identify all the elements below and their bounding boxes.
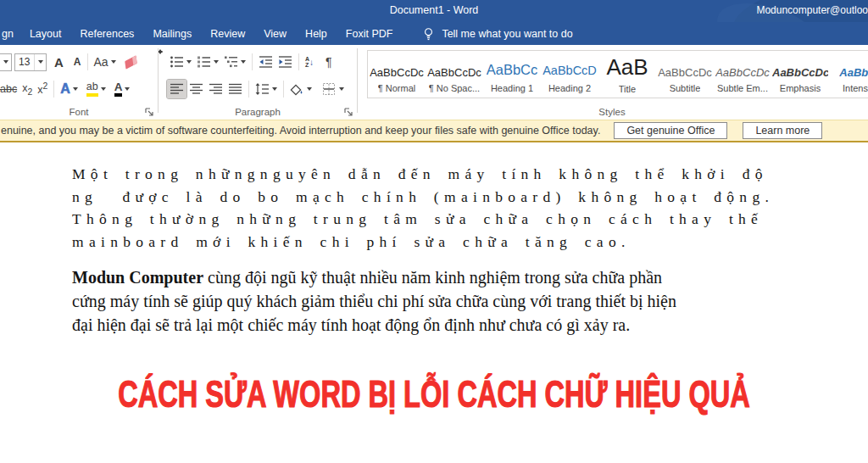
style-heading-2[interactable]: AaBbCcD Heading 2 [541, 51, 598, 98]
eraser-icon [125, 55, 137, 70]
tab-design-partial[interactable]: gn [0, 28, 20, 40]
tab-references[interactable]: References [70, 28, 143, 40]
chevron-down-icon [272, 87, 277, 91]
clear-formatting-button[interactable] [122, 53, 140, 71]
text-line: mainboard mới khiến chi phí sửa chữa tăn… [72, 231, 774, 254]
text-line: cứng máy tính sẽ giúp quý khách giảm thi… [72, 289, 676, 313]
ribbon-tab-bar: gn Layout References Mailings Review Vie… [0, 22, 868, 45]
bullets-button[interactable] [167, 53, 194, 71]
styles-group-label: Styles [358, 107, 866, 117]
styles-gallery: AaBbCcDc ¶ Normal AaBbCcDc ¶ No Spac... … [367, 50, 868, 98]
line-spacing-icon [255, 82, 270, 96]
style-intense-emphasis[interactable]: AaBbC Intense [829, 51, 868, 98]
change-case-button[interactable]: Aa [92, 53, 119, 71]
learn-more-button[interactable]: Learn more [743, 122, 822, 139]
style-title[interactable]: AaB Title [598, 51, 656, 98]
shrink-font-button[interactable]: A [71, 53, 84, 71]
superscript-button[interactable]: x2 [35, 80, 50, 98]
sort-button[interactable]: A Z ↓ [303, 53, 316, 71]
strikethrough-button[interactable]: abc [0, 80, 19, 98]
divider [283, 81, 284, 98]
chevron-down-icon[interactable] [34, 54, 46, 70]
genuine-office-notice-bar: enuine, and you may be a victim of softw… [0, 120, 868, 142]
paragraph-group-label: Paragraph [159, 107, 357, 117]
text-highlight-button[interactable]: ab [84, 80, 108, 98]
red-heading: CÁCH SỬA WORD BỊ LỖI CÁCH CHỮ HIỆU QUẢ [113, 373, 755, 416]
decrease-indent-button[interactable] [256, 53, 275, 71]
tab-mailings[interactable]: Mailings [143, 28, 201, 40]
chevron-down-icon [101, 87, 106, 91]
paragraph-dialog-launcher[interactable] [343, 107, 353, 117]
tab-help[interactable]: Help [296, 28, 337, 40]
tell-me-box[interactable]: Tell me what you want to do [422, 27, 572, 41]
chevron-down-icon [307, 87, 312, 91]
chevron-down-icon [125, 87, 130, 91]
show-hide-marks-button[interactable]: ¶ [323, 53, 335, 71]
style-subtitle[interactable]: AaBbCcDc Subtitle [656, 51, 714, 98]
align-center-icon [189, 82, 203, 96]
font-size-combo[interactable]: 13 [14, 53, 47, 71]
style-emphasis[interactable]: AaBbCcDc Emphasis [771, 51, 829, 98]
text-line: Modun Computer cùng đội ngũ kỹ thuật nhi… [72, 265, 676, 289]
numbered-list-icon [197, 55, 211, 69]
account-name[interactable]: Moduncomputer@outloo [756, 4, 868, 16]
chevron-down-icon [73, 87, 78, 91]
font-group-label: Font [0, 107, 158, 117]
line-spacing-button[interactable] [253, 80, 280, 98]
document-canvas[interactable]: Một trong nhữngnguyên dẫn đến máy tính k… [0, 142, 868, 463]
align-left-icon [170, 82, 184, 96]
align-left-button[interactable] [167, 80, 186, 98]
highlight-icon: ab [86, 81, 98, 97]
text-line: Thông thường những trung tâm sửa chữa ch… [72, 208, 774, 231]
document-title: Document1 - Word [0, 4, 868, 16]
style-no-spacing[interactable]: AaBbCcDc ¶ No Spac... [426, 51, 483, 98]
divider [87, 53, 88, 70]
align-right-icon [209, 82, 223, 96]
font-size-value: 13 [15, 56, 34, 68]
style-heading-1[interactable]: AaBbCc Heading 1 [483, 51, 541, 98]
font-dialog-launcher[interactable] [144, 107, 154, 117]
multilevel-list-button[interactable] [221, 53, 248, 71]
justify-icon [228, 82, 242, 96]
borders-button[interactable] [320, 80, 347, 98]
subscript-button[interactable]: x2 [19, 80, 35, 98]
font-color-button[interactable]: A [112, 80, 133, 98]
divider [53, 81, 54, 98]
tab-review[interactable]: Review [201, 28, 254, 40]
grow-font-button[interactable]: A [52, 53, 66, 71]
justify-button[interactable] [225, 80, 245, 98]
divider [298, 53, 299, 70]
tell-me-label: Tell me what you want to do [442, 28, 572, 40]
paragraph-spaced-text: Một trong nhữngnguyên dẫn đến máy tính k… [72, 163, 774, 253]
shading-button[interactable] [287, 80, 314, 98]
text-line: đại hiện đại sẽ trả lại một chiếc máy tí… [72, 313, 676, 337]
tab-view[interactable]: View [254, 28, 296, 40]
ribbon: 13 A A Aa abc [0, 45, 868, 120]
divider [252, 53, 253, 70]
multilevel-list-icon [224, 55, 238, 69]
tab-layout[interactable]: Layout [20, 28, 71, 40]
chevron-down-icon [214, 60, 219, 64]
chevron-down-icon[interactable] [0, 54, 11, 70]
align-right-button[interactable] [206, 80, 225, 98]
numbering-button[interactable] [194, 53, 221, 71]
get-genuine-office-button[interactable]: Get genuine Office [614, 122, 727, 139]
bold-lead: Modun Computer [72, 268, 203, 287]
text-effects-button[interactable]: A [58, 80, 81, 98]
tab-foxit-pdf[interactable]: Foxit PDF [337, 28, 403, 40]
chevron-down-icon [111, 60, 116, 64]
lightbulb-icon [422, 27, 435, 41]
font-name-combo[interactable] [0, 53, 12, 71]
paragraph-normal-text: Modun Computer cùng đội ngũ kỹ thuật nhi… [72, 265, 676, 337]
font-color-icon: A [114, 81, 123, 98]
chevron-down-icon [339, 87, 344, 91]
text-effects-icon: A [60, 81, 70, 97]
style-normal[interactable]: AaBbCcDc ¶ Normal [368, 51, 426, 98]
increase-indent-button[interactable] [275, 53, 295, 71]
align-center-button[interactable] [186, 80, 206, 98]
paint-bucket-icon [290, 82, 304, 96]
title-bar: Document1 - Word Moduncomputer@outloo [0, 0, 868, 22]
borders-icon [322, 82, 337, 96]
word-window: Document1 - Word Moduncomputer@outloo gn… [0, 0, 868, 463]
style-subtle-emphasis[interactable]: AaBbCcDc Subtle Em... [714, 51, 771, 98]
